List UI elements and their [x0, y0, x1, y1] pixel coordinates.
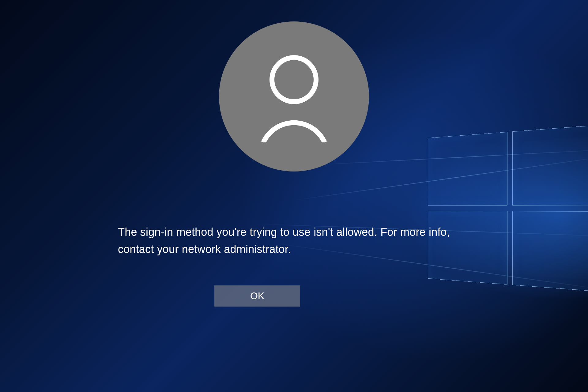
windows-logo-pane [512, 211, 588, 292]
error-message: The sign-in method you're trying to use … [118, 224, 470, 258]
svg-point-0 [272, 58, 316, 102]
user-avatar [219, 21, 369, 172]
windows-logo-pane [512, 124, 588, 205]
login-panel: The sign-in method you're trying to use … [110, 21, 478, 307]
user-icon [254, 51, 334, 142]
ok-button[interactable]: OK [214, 285, 300, 307]
